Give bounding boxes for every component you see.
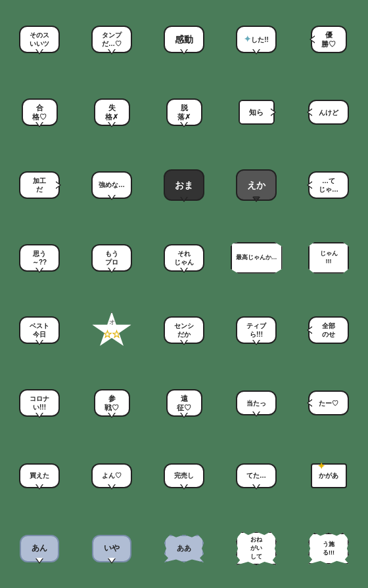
sticker-1: そのスいいツ xyxy=(5,5,74,74)
sticker-20: じゃん!!! xyxy=(294,223,363,292)
sticker-3: 感動 xyxy=(150,5,218,74)
sticker-16: 思う～?? xyxy=(5,223,74,292)
sticker-2: タンプだ…♡ xyxy=(78,5,146,74)
sticker-10: んけど xyxy=(294,78,363,147)
sticker-9: 知ら xyxy=(222,78,290,147)
sticker-5: 優勝♡ xyxy=(294,5,363,74)
sticker-30: たー♡ xyxy=(294,369,363,438)
sticker-11: 加工だ xyxy=(5,151,74,220)
sticker-31: 買えた xyxy=(5,442,74,511)
sticker-25: 全部のせ xyxy=(294,296,363,365)
sticker-13: おま xyxy=(150,151,218,220)
sticker-34: てた… xyxy=(222,442,290,511)
sticker-37: いや xyxy=(78,514,146,583)
sticker-21: ベスト今日 xyxy=(5,296,74,365)
sticker-14: えか xyxy=(222,151,290,220)
sticker-28: 遠征♡ xyxy=(150,369,218,438)
sticker-27: 参戦♡ xyxy=(78,369,146,438)
sticker-24: ティブら!!! xyxy=(222,296,290,365)
sticker-26: コロナい!!! xyxy=(5,369,74,438)
sticker-12: 強めな… xyxy=(78,151,146,220)
sticker-8: 脱落✗ xyxy=(150,78,218,147)
sticker-18: それじゃん xyxy=(150,223,218,292)
sticker-grid: そのスいいツ タンプだ…♡ 感動 ✦した!! 優勝♡ 合格♡ 失格✗ 脱落✗ 知… xyxy=(0,0,368,588)
sticker-15: …てじゃ… xyxy=(294,151,363,220)
sticker-19: 最高じゃんか… xyxy=(222,223,290,292)
sticker-4: ✦した!! xyxy=(222,5,290,74)
sticker-39: おねがいして xyxy=(222,514,290,583)
sticker-36: あん xyxy=(5,514,74,583)
sticker-22: ・オブ☆☆ xyxy=(78,296,146,365)
sticker-6: 合格♡ xyxy=(5,78,74,147)
sticker-23: センシだか xyxy=(150,296,218,365)
sticker-38: ああ xyxy=(150,514,218,583)
sticker-7: 失格✗ xyxy=(78,78,146,147)
sticker-17: もうプロ xyxy=(78,223,146,292)
sticker-29: 当たっ xyxy=(222,369,290,438)
sticker-33: 完売し xyxy=(150,442,218,511)
sticker-35: ✦ かがあ xyxy=(294,442,363,511)
sticker-40: う施る!!! xyxy=(294,514,363,583)
sticker-32: よん♡ xyxy=(78,442,146,511)
